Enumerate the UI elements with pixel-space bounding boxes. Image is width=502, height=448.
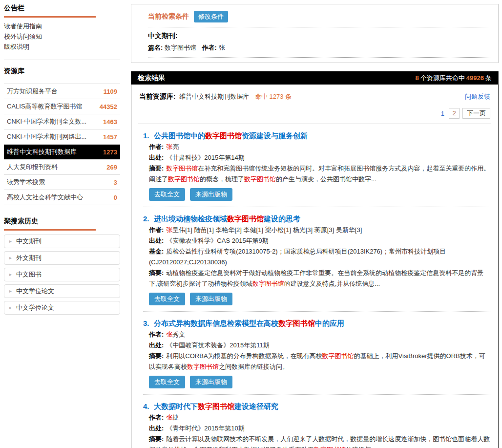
title-segment: 大数据时代下 [154, 402, 198, 410]
fund-label: 基金: [149, 248, 164, 255]
resource-item[interactable]: 人大复印报刊资料269 [4, 160, 120, 175]
source-publication-button[interactable]: 来源出版物 [190, 376, 232, 388]
arrow-right-icon: ▸ [9, 272, 12, 277]
source-publication-button[interactable]: 来源出版物 [190, 188, 232, 201]
search-history-section: 聚搜索历史 ▸中文期刊▸外文期刊▸中文图书▸中文学位论文▸中文学位论文 [4, 217, 120, 315]
source-text: 《中国教育技术装备》2015年第11期 [166, 341, 269, 349]
main-panel: 当前检索条件 修改条件 中文期刊: 篇名: 数字图书馆 作者: 张 检索结果 8… [131, 4, 499, 448]
resource-item[interactable]: 万方知识服务平台1109 [4, 84, 120, 99]
resource-name: 人大复印报刊资料 [7, 163, 58, 171]
history-label: 中文学位论文 [16, 287, 54, 296]
source-text: 《安徽农业科学》CAS 2015年第9期 [166, 237, 269, 244]
summary-text: 个资源库共命中 [420, 74, 465, 82]
source-line: 出处:《安徽农业科学》CAS 2015年第9期 [149, 235, 490, 246]
page-1-current[interactable]: 1 [439, 110, 446, 117]
result-title-link[interactable]: 大数据时代下数字图书馆建设途径研究 [154, 401, 278, 412]
author-segment: 呈伟[1] 陆苗[1] 李艳华[2] 李健[1] 梁小松[1] 杨光[3] 蒋原… [172, 226, 362, 234]
result-title-row: 2.进出境动植物检疫领域数字图书馆建设的思考 [143, 213, 490, 225]
history-item[interactable]: ▸外文期刊 [4, 251, 120, 265]
history-item[interactable]: ▸中文期刊 [4, 235, 120, 248]
resource-item[interactable]: 高校人文社会科学文献中心0 [4, 190, 120, 205]
source-label: 出处: [149, 341, 164, 349]
resource-count: 3 [114, 179, 117, 186]
next-page-button[interactable]: 下一页 [462, 108, 490, 119]
query-author-value: 张 [219, 44, 225, 51]
feedback-link[interactable]: 问题反馈 [465, 92, 490, 101]
abstract-segment: 的建设意义及特点,并从传统信息... [284, 280, 380, 287]
result-item: 4.大数据时代下数字图书馆建设途径研究作者:张捷出处:《青年时代》2015年第1… [143, 401, 490, 448]
history-item[interactable]: ▸中文学位论文 [4, 301, 120, 315]
result-title-link[interactable]: 分布式异构数据库信息检索模型在高校数字图书馆中的应用 [154, 318, 344, 329]
current-db-info: 当前资源库: 维普中文科技期刊数据库 命中 1273 条 [139, 92, 292, 101]
abstract-segment: 数字图书馆 [244, 175, 276, 183]
resource-count: 44352 [100, 103, 117, 110]
author-label: 作者: [149, 226, 164, 234]
abstract-segment: 数字图书馆 [322, 352, 354, 360]
results-separator [138, 124, 491, 124]
sidebar: 公告栏 读者使用指南校外访问须知版权说明 资源库 万方知识服务平台1109CAL… [4, 4, 120, 318]
resource-name: 万方知识服务平台 [7, 87, 58, 96]
title-segment: 公共图书馆中的 [154, 131, 205, 140]
result-title-link[interactable]: 进出境动植物检疫领域数字图书馆建设的思考 [154, 213, 300, 225]
title-segment: 数字图书馆 [205, 131, 242, 140]
history-item[interactable]: ▸中文学位论文 [4, 284, 120, 298]
notice-link[interactable]: 校外访问须知 [4, 31, 120, 42]
fulltext-button[interactable]: 去取全文 [149, 188, 185, 201]
abstract-line: 摘要:动植物检疫鉴定信息资料对于做好动植物检疫工作非常重要。在当前全系统的动植物… [149, 268, 490, 289]
total-hit-count: 49926 [466, 74, 484, 82]
author-line: 作者:张捷 [149, 412, 490, 423]
sidebar-divider [4, 60, 120, 60]
abstract-segment: 数字图书馆 [314, 446, 346, 448]
author-segment: 张 [166, 414, 172, 421]
search-history-title: 聚搜索历史 [4, 217, 96, 231]
result-title-row: 3.分布式异构数据库信息检索模型在高校数字图书馆中的应用 [143, 318, 490, 329]
source-line: 出处:《中国教育技术装备》2015年第11期 [149, 340, 490, 351]
result-title-link[interactable]: 公共图书馆中的数字图书馆资源建设与服务创新 [154, 130, 308, 142]
results-bar-title: 检索结果 [138, 74, 165, 83]
search-condition-panel: 当前检索条件 修改条件 中文期刊: 篇名: 数字图书馆 作者: 张 [131, 4, 499, 63]
result-number: 2. [143, 213, 154, 225]
condition-title: 当前检索条件 [148, 12, 189, 21]
author-segment: 捷 [172, 414, 179, 421]
modify-condition-button[interactable]: 修改条件 [194, 11, 228, 22]
history-label: 中文期刊 [16, 237, 42, 246]
resource-list: 万方知识服务平台1109CALIS高等教育数字图书馆44352CNKI-中国学术… [4, 84, 120, 205]
author-segment: 张 [166, 143, 172, 150]
title-segment: 数字图书馆 [198, 402, 234, 410]
notice-link[interactable]: 读者使用指南 [4, 21, 120, 31]
source-publication-button[interactable]: 来源出版物 [190, 293, 232, 305]
current-db-name: 维普中文科技期刊数据库 [179, 93, 249, 100]
resource-item[interactable]: 读秀学术搜索3 [4, 175, 120, 190]
resource-item[interactable]: 维普中文科技期刊数据库1273 [4, 145, 120, 160]
author-segment: 秀文 [172, 331, 185, 338]
resource-name: 读秀学术搜索 [7, 178, 45, 187]
history-item[interactable]: ▸中文图书 [4, 268, 120, 281]
abstract-segment: 数字图书馆 [168, 175, 200, 183]
notice-link[interactable]: 版权说明 [4, 42, 120, 52]
fulltext-button[interactable]: 去取全文 [149, 293, 185, 305]
current-db-label: 当前资源库: [139, 92, 176, 100]
results-panel: 检索结果 8个资源库共命中49926条 当前资源库: 维普中文科技期刊数据库 命… [131, 71, 499, 448]
search-history-list: ▸中文期刊▸外文期刊▸中文图书▸中文学位论文▸中文学位论文 [4, 235, 120, 315]
abstract-segment: 之间数据库的链接访问。 [219, 363, 289, 370]
notice-board-title: 公告栏 [4, 4, 96, 18]
abstract-line: 摘要:利用以CORBA为根基的分布异构数据系统，在现有高校数字图书馆的基础上，利… [149, 351, 490, 372]
resource-item[interactable]: CNKI-中国学术期刊网络出...1457 [4, 129, 120, 145]
resources-title: 资源库 [4, 67, 120, 79]
resource-item[interactable]: CALIS高等教育数字图书馆44352 [4, 99, 120, 114]
page-2-link[interactable]: 2 [449, 108, 460, 119]
author-line: 作者:张亮 [149, 142, 490, 152]
current-db-row: 当前资源库: 维普中文科技期刊数据库 命中 1273 条 问题反馈 [139, 92, 490, 101]
result-buttons: 去取全文来源出版物 [149, 376, 490, 388]
hit-db-count: 8 [416, 74, 419, 82]
query-line: 篇名: 数字图书馆 作者: 张 [148, 43, 492, 58]
abstract-segment: 利用以CORBA为根基的分布异构数据系统，在现有高校 [166, 352, 322, 360]
resource-count: 1457 [103, 133, 117, 141]
fulltext-button[interactable]: 去取全文 [149, 376, 185, 388]
result-number: 3. [143, 318, 154, 329]
resource-count: 1273 [103, 149, 117, 156]
results-title-bar: 检索结果 8个资源库共命中49926条 [131, 71, 498, 85]
resource-item[interactable]: CNKI-中国学术期刊全文数...1463 [4, 114, 120, 129]
query-author-label: 作者: [202, 44, 217, 51]
abstract-segment: 数字图书馆 [252, 280, 284, 287]
